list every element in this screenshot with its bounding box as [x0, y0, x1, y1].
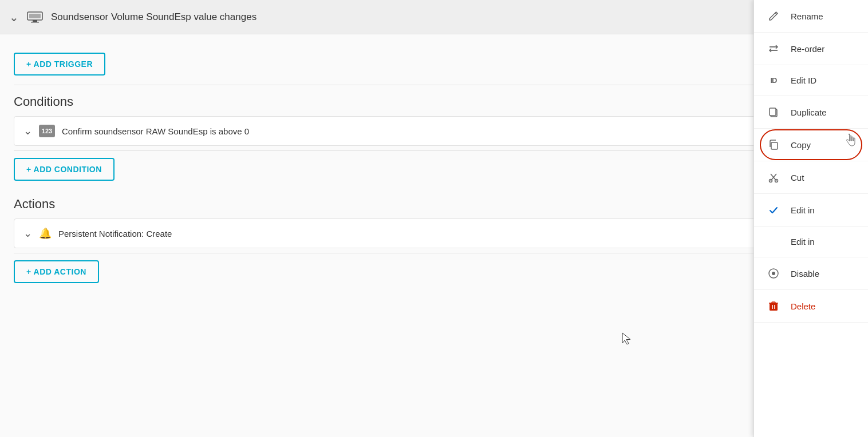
- condition-row[interactable]: ⌄ 123 Confirm soundsensor RAW SoundEsp i…: [14, 116, 854, 146]
- menu-item-disable[interactable]: Disable: [754, 257, 868, 290]
- reorder-label: Re-order: [791, 44, 824, 54]
- bell-icon: 🔔: [39, 227, 52, 240]
- menu-item-edit-in-2[interactable]: Edit in: [754, 227, 868, 257]
- svg-rect-13: [770, 303, 778, 311]
- disable-label: Disable: [791, 269, 819, 279]
- device-icon: [26, 11, 44, 23]
- menu-item-duplicate[interactable]: Duplicate: [754, 96, 868, 129]
- conditions-section-label: Conditions: [14, 94, 854, 109]
- edit-id-label: Edit ID: [791, 76, 816, 85]
- edit-id-icon: ID: [766, 76, 782, 85]
- actions-section-label: Actions: [14, 197, 854, 212]
- condition-text: Confirm soundsensor RAW SoundEsp is abov…: [62, 126, 845, 136]
- condition-icon-label: 123: [42, 128, 52, 134]
- svg-rect-3: [31, 22, 39, 23]
- edit-in-1-label: Edit in: [791, 205, 815, 215]
- menu-item-copy[interactable]: Copy: [754, 129, 868, 161]
- svg-rect-2: [33, 20, 37, 22]
- rename-label: Rename: [791, 11, 823, 21]
- main-content: ⌄ Soundsensor Volume SoundEsp value chan…: [0, 0, 868, 437]
- edit-in-2-label: Edit in: [791, 237, 815, 247]
- copy-label: Copy: [791, 140, 811, 150]
- section-divider-2: [14, 150, 854, 151]
- condition-type-icon: 123: [39, 125, 55, 137]
- menu-item-edit-id[interactable]: ID Edit ID: [754, 65, 868, 96]
- duplicate-icon: [766, 106, 782, 118]
- edit-in-1-icon: [766, 204, 782, 216]
- delete-label: Delete: [791, 301, 815, 311]
- hand-cursor-icon: [844, 133, 857, 149]
- copy-icon: [766, 139, 782, 150]
- cut-icon: [766, 172, 782, 183]
- svg-rect-8: [771, 142, 778, 149]
- cut-label: Cut: [791, 173, 804, 182]
- condition-chevron-icon: ⌄: [23, 125, 32, 137]
- action-row[interactable]: ⌄ 🔔 Persistent Notification: Create: [14, 218, 854, 248]
- action-chevron-icon: ⌄: [23, 227, 32, 240]
- section-divider-1: [14, 85, 854, 85]
- section-divider-3: [14, 253, 854, 253]
- menu-item-cut[interactable]: Cut: [754, 161, 868, 194]
- page-title: Soundsensor Volume SoundEsp value change…: [51, 11, 257, 23]
- delete-icon: [766, 300, 782, 312]
- svg-point-12: [772, 272, 775, 275]
- header-left: ⌄ Soundsensor Volume SoundEsp value chan…: [9, 10, 257, 24]
- cursor-indicator: [621, 332, 633, 348]
- menu-item-rename[interactable]: Rename: [754, 0, 868, 33]
- duplicate-label: Duplicate: [791, 108, 827, 117]
- add-condition-button[interactable]: + ADD CONDITION: [14, 158, 115, 181]
- svg-rect-7: [770, 108, 776, 116]
- svg-rect-1: [29, 14, 41, 18]
- rename-icon: [766, 10, 782, 22]
- add-trigger-button[interactable]: + ADD TRIGGER: [14, 53, 105, 76]
- collapse-chevron-icon[interactable]: ⌄: [9, 10, 19, 24]
- action-text: Persistent Notification: Create: [58, 229, 845, 239]
- context-menu: Rename Re-order ID Edit ID: [753, 0, 868, 437]
- reorder-icon: [766, 43, 782, 54]
- menu-item-delete[interactable]: Delete: [754, 290, 868, 323]
- disable-icon: [766, 268, 782, 279]
- add-action-button[interactable]: + ADD ACTION: [14, 260, 99, 283]
- header-bar: ⌄ Soundsensor Volume SoundEsp value chan…: [0, 0, 868, 34]
- menu-item-reorder[interactable]: Re-order: [754, 33, 868, 65]
- content-section: + ADD TRIGGER Conditions ⌄ 123 Confirm s…: [0, 34, 868, 299]
- menu-item-edit-in-1[interactable]: Edit in: [754, 194, 868, 227]
